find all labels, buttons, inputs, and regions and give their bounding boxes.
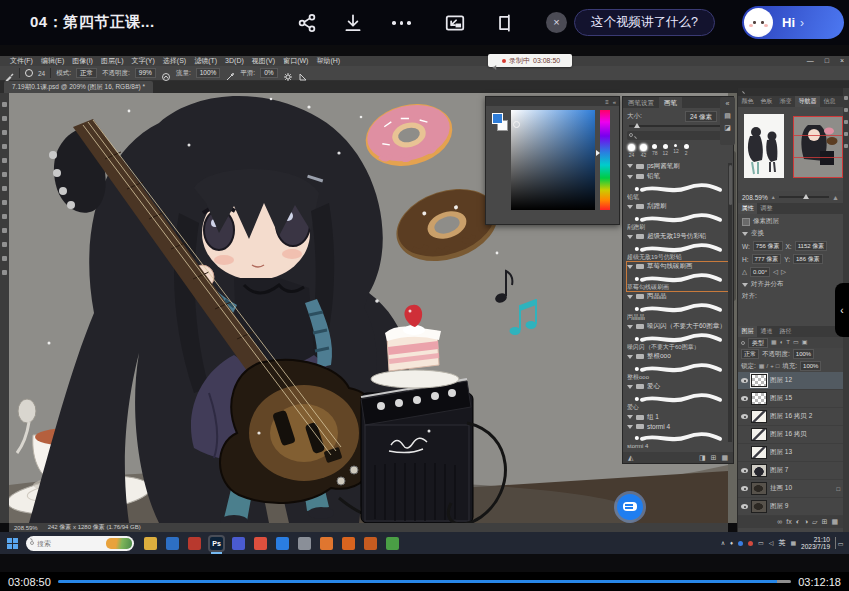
taskbar-app[interactable] <box>298 537 311 550</box>
menu-item[interactable]: 图层(L) <box>97 56 128 66</box>
brush-tool-icon[interactable] <box>4 68 14 78</box>
dock-tab[interactable]: 导航器 <box>795 96 820 107</box>
airbrush-icon[interactable] <box>225 68 235 78</box>
lock-option-icon[interactable]: ▦ <box>759 362 765 371</box>
properties-tab[interactable]: 调整 <box>757 203 776 214</box>
mini-window-button[interactable] <box>494 12 516 34</box>
picture-in-picture-button[interactable] <box>444 12 466 34</box>
taskbar-app[interactable] <box>276 537 289 550</box>
ask-video-pill[interactable]: 这个视频讲了什么? <box>574 9 715 36</box>
chevron-down-icon[interactable] <box>627 295 633 299</box>
taskbar-app[interactable]: Ps <box>210 537 223 550</box>
foreground-swatch[interactable] <box>492 113 503 124</box>
brush-preset[interactable]: 12 <box>663 144 669 156</box>
zoom-slider[interactable] <box>779 196 829 198</box>
w-value[interactable]: 756 像素 <box>753 241 783 251</box>
window-control-button[interactable]: × <box>840 56 844 66</box>
layer-row[interactable]: 图层 13 □ <box>738 444 843 462</box>
flip-vertical-icon[interactable]: ▷ <box>781 268 786 276</box>
opacity-value[interactable]: 100% <box>793 349 814 359</box>
taskbar-app[interactable] <box>320 537 333 550</box>
taskbar-app[interactable] <box>386 537 399 550</box>
y-value[interactable]: 186 像素 <box>793 254 823 264</box>
document-tab[interactable]: 7.19期0.1课.psd @ 209% (图层 16, RGB/8#) * <box>4 81 153 93</box>
chevron-down-icon[interactable] <box>742 283 748 287</box>
layer-thumbnail[interactable] <box>751 410 767 423</box>
progress-bar[interactable] <box>58 580 791 583</box>
window-control-button[interactable]: □ <box>825 56 829 66</box>
collapse-icon[interactable]: « <box>613 98 616 106</box>
panel-icon[interactable]: ▦ <box>721 453 728 463</box>
panel-icon[interactable]: ⊞ <box>822 517 828 527</box>
close-assistant-button[interactable]: × <box>546 12 567 33</box>
opacity-select[interactable]: 99% <box>135 68 156 78</box>
ps-toolbar-strip[interactable] <box>0 93 9 523</box>
brush-folder-row[interactable]: 铅笔 <box>627 172 729 181</box>
dock-tab[interactable]: 颜色 <box>738 96 757 107</box>
flow-select[interactable]: 100% <box>196 68 221 78</box>
fill-value[interactable]: 100% <box>800 361 821 371</box>
filter-type-select[interactable]: 类型 <box>748 338 768 348</box>
navigator-proxy-view[interactable] <box>793 116 843 178</box>
side-drawer-handle[interactable]: ‹ <box>835 283 849 337</box>
brush-search-input[interactable] <box>627 131 729 140</box>
notification-center-button[interactable]: ▭ <box>835 537 845 549</box>
chevron-down-icon[interactable] <box>627 425 633 429</box>
ime-indicator[interactable]: 英 <box>778 538 785 548</box>
layers-tab[interactable]: 通道 <box>757 326 776 337</box>
brush-preset[interactable]: 24 <box>628 144 635 158</box>
taskbar-search[interactable] <box>26 536 134 551</box>
taskbar-app[interactable] <box>188 537 201 550</box>
chevron-down-icon[interactable] <box>627 265 633 269</box>
brush-item[interactable]: 草莓勾线碳刷画 草莓勾线碳刷画 <box>627 262 729 291</box>
weather-widget[interactable] <box>106 538 132 549</box>
taskbar-app[interactable] <box>232 537 245 550</box>
panel-icon[interactable]: ◑ <box>804 517 808 527</box>
layer-thumbnail[interactable] <box>751 392 767 405</box>
panel-icon[interactable]: fx <box>786 517 791 527</box>
brush-item[interactable]: singlefi singlefi <box>627 451 729 452</box>
menu-item[interactable]: 文件(F) <box>6 56 37 66</box>
smoothing-select[interactable]: 0% <box>260 68 277 78</box>
x-value[interactable]: 1152 像素 <box>795 241 828 251</box>
menu-item[interactable]: 帮助(H) <box>312 56 344 66</box>
taskbar-app[interactable] <box>166 537 179 550</box>
reference-image-thumbnail[interactable] <box>744 114 784 178</box>
brush-list-scrollbar[interactable] <box>728 163 732 442</box>
pressure-opacity-icon[interactable] <box>161 68 171 78</box>
layer-thumbnail[interactable] <box>751 428 767 441</box>
filter-icon[interactable]: ▦ <box>771 338 777 347</box>
taskbar-app[interactable] <box>342 537 355 550</box>
menu-item[interactable]: 选择(S) <box>159 56 190 66</box>
download-button[interactable] <box>342 12 364 34</box>
brush-preset[interactable]: 2 <box>684 144 689 156</box>
menu-item[interactable]: 文字(Y) <box>127 56 158 66</box>
dock-icon[interactable]: « <box>726 100 730 108</box>
window-control-button[interactable]: — <box>807 56 814 66</box>
brush-folder-row[interactable]: 爱心 <box>627 382 729 391</box>
progress-handle[interactable] <box>777 580 791 583</box>
size-value[interactable]: 24 像素 <box>685 111 717 122</box>
brush-folder-row[interactable]: ps网酱笔刷 <box>627 162 680 171</box>
panel-menu-icon[interactable]: ≡ <box>605 98 609 106</box>
taskbar-app[interactable] <box>144 537 157 550</box>
chevron-down-icon[interactable] <box>627 175 633 179</box>
lock-option-icon[interactable]: + <box>770 362 774 371</box>
zoom-value[interactable]: 208.59% <box>742 194 768 201</box>
dock-tab[interactable]: 色板 <box>757 96 776 107</box>
brush-item[interactable]: 铅笔 铅笔 <box>627 172 729 201</box>
brush-preset[interactable]: 42 <box>640 144 647 158</box>
color-selection-ring[interactable] <box>513 121 520 128</box>
brush-item[interactable]: 整根ooo 整根ooo <box>627 352 729 381</box>
display-icon[interactable]: ▭ <box>758 539 764 547</box>
brush-folder-row[interactable]: 草莓勾线碳刷画 <box>627 262 729 271</box>
status-zoom[interactable]: 208.59% <box>14 525 38 531</box>
chevron-down-icon[interactable] <box>627 385 633 389</box>
filter-icon[interactable]: ▣ <box>802 338 808 347</box>
layer-thumbnail[interactable] <box>751 446 767 459</box>
chevron-down-icon[interactable] <box>627 325 633 329</box>
brush-item[interactable]: 超级无敌19号仿彩铅 超级无敌19号仿彩铅 <box>627 232 729 261</box>
layer-row[interactable]: 图层 12 □ <box>738 372 843 390</box>
brush-folder-row[interactable]: 丙晶晶 <box>627 292 729 301</box>
visibility-toggle[interactable] <box>741 396 748 401</box>
